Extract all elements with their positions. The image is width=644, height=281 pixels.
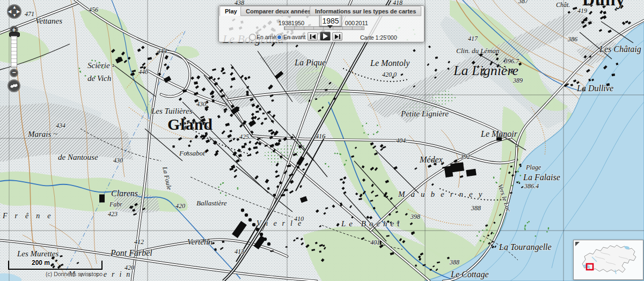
map-viewer: 471Vettanes456438418Le BorgeaudScierie -… (0, 0, 644, 281)
map-label: 417 (468, 35, 478, 42)
overview-minimap[interactable] (573, 240, 643, 280)
zoom-full-extent-button[interactable] (8, 79, 20, 92)
map-label: 423 (108, 210, 118, 218)
map-label: Vertelin (187, 238, 213, 246)
map-label: 388 (471, 204, 481, 212)
map-label: Les Tuilières (151, 107, 193, 115)
tab-compare-two-years[interactable]: Comparer deux années (240, 6, 317, 16)
map-label: 401 (370, 239, 380, 246)
play-button[interactable] (320, 32, 331, 41)
tab-play[interactable]: Play (219, 6, 243, 16)
map-label: 398 (410, 213, 420, 220)
step-backward-icon (310, 34, 316, 39)
minimap-collapse-icon[interactable] (575, 242, 580, 246)
map-label: 420.0 (382, 71, 397, 78)
map-label: Le Bochet (341, 219, 402, 228)
scale-bar: 200 m (8, 261, 103, 270)
map-label: Frêne (2, 212, 58, 220)
map-label: 404. (396, 137, 407, 144)
map-label: Fossabot (179, 149, 205, 157)
radio-forward[interactable] (276, 34, 283, 41)
map-label: Mauberney (398, 190, 488, 198)
switzerland-extent-icon (9, 83, 19, 89)
thumb-pointer-icon (327, 25, 333, 28)
year-label-2011: 2011 (355, 20, 368, 26)
map-label: Plage (525, 164, 541, 171)
map-label: 410 (294, 215, 304, 223)
pan-zoom-control: ▲ ▼ ◀ ▶ + − (4, 3, 25, 91)
pan-right-icon[interactable]: ▶ (17, 10, 20, 14)
timeline-thumb[interactable]: 1985 (319, 15, 342, 26)
map-label: Scierie - (87, 61, 114, 70)
map-label: Vettanes (35, 17, 62, 25)
map-label: 388 (449, 258, 459, 266)
map-label: Clin. du Léman (456, 47, 500, 55)
step-backward-button[interactable] (308, 32, 318, 41)
map-label: Ballastière (196, 199, 227, 207)
map-label: Gland (167, 115, 213, 133)
copyright-attribution: (c) Données swisstopo (46, 271, 103, 277)
year-label-2000: 000 (345, 20, 355, 26)
play-icon (323, 33, 328, 39)
map-label: Petite Lignière (400, 109, 449, 118)
map-label: La Pique (294, 58, 326, 68)
map-label: 389 (513, 77, 523, 84)
radio-forward-label[interactable]: En avant (283, 34, 305, 40)
map-label: Dully (582, 0, 625, 9)
map-label: 456 (89, 6, 98, 13)
map-label: 440 (138, 68, 148, 76)
scale-bar-label: 200 m (32, 259, 50, 267)
map-label: 420 (175, 202, 185, 210)
map-label: 416 (316, 132, 325, 140)
map-label: Clarens (111, 189, 138, 198)
map-label: 425. (239, 133, 251, 140)
map-label: 471 (25, 10, 34, 18)
step-forward-button[interactable] (332, 32, 342, 41)
map-label: 392 (460, 153, 470, 160)
map-label: 413 (235, 248, 244, 255)
map-label: Fabr (109, 201, 122, 208)
map-label: La Tourangelle (499, 242, 552, 252)
map-label: 430. (196, 100, 208, 108)
map-label: 387 (518, 0, 529, 5)
map-label: Les Châtaig (599, 45, 641, 54)
map-label: La Dullive (576, 84, 613, 93)
zoom-out-button[interactable]: − (10, 69, 18, 77)
thumb-grip-right (339, 16, 341, 26)
map-label: Médex (419, 155, 443, 164)
radio-backward[interactable] (249, 34, 256, 41)
map-label: 430 (113, 157, 123, 164)
pan-rosette[interactable]: ▲ ▼ ◀ ▶ (7, 4, 21, 19)
map-label: 444 (157, 47, 167, 55)
time-travel-panel: Play Comparer deux années Informations s… (218, 5, 425, 42)
switzerland-overview-map (574, 240, 643, 279)
pan-down-icon[interactable]: ▼ (12, 13, 17, 18)
year-label-1938: 1938 (279, 20, 291, 26)
map-label: Pont Farbel (110, 248, 152, 257)
map-label: La Falaise (523, 173, 560, 182)
map-label: La Lignière (453, 63, 518, 78)
map-label: 434 (56, 122, 65, 129)
map-label: 396.7 (504, 57, 519, 65)
map-label: 386 (567, 35, 577, 43)
map-scale-label: Carte 1:25'000 (360, 34, 397, 41)
map-label: Le Manoir (480, 129, 518, 138)
map-label: de Vich (87, 74, 111, 83)
current-year: 1985 (322, 17, 339, 25)
map-label: Les Murettes (17, 249, 59, 258)
map-label: 412 (134, 238, 144, 246)
map-label: Le Cottage (450, 270, 489, 279)
step-forward-icon (335, 34, 340, 39)
pan-left-icon[interactable]: ◀ (8, 10, 11, 14)
map-label: Chât. (556, 1, 570, 9)
map-label: 386.4 (524, 182, 539, 190)
pan-up-icon[interactable]: ▲ (12, 5, 17, 10)
map-label: Le Montoly (370, 58, 410, 68)
year-label-1950: 1950 (291, 20, 304, 26)
zoom-out-icon: − (12, 69, 16, 76)
zoom-slider-track[interactable] (11, 36, 17, 68)
map-label: Marais ~ (27, 130, 57, 138)
timeline-track[interactable] (284, 26, 364, 30)
map-label: de Nantouse (58, 153, 98, 161)
